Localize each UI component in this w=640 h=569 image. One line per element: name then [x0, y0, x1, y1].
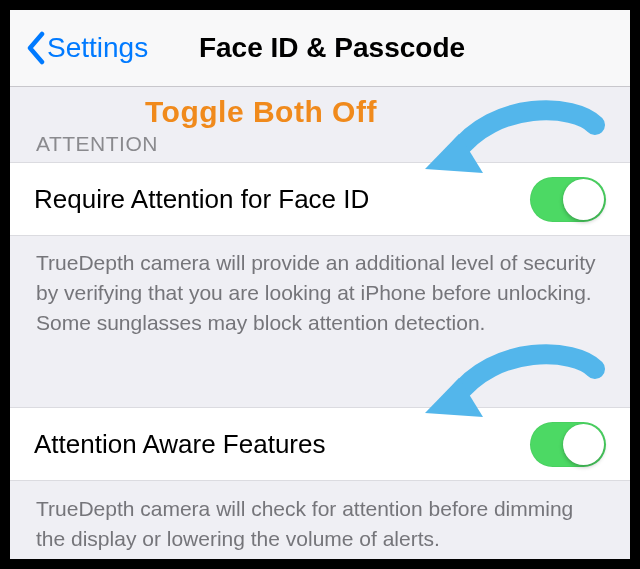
section-header-attention: ATTENTION	[36, 132, 158, 156]
back-button[interactable]: Settings	[26, 10, 148, 86]
row-label: Require Attention for Face ID	[34, 184, 369, 215]
navigation-bar: Settings Face ID & Passcode	[10, 10, 630, 87]
back-label: Settings	[47, 32, 148, 64]
annotation-arrow-icon	[405, 99, 605, 199]
row-label: Attention Aware Features	[34, 429, 325, 460]
settings-screen: Settings Face ID & Passcode Toggle Both …	[10, 10, 630, 559]
annotation-arrow-icon	[405, 343, 605, 443]
chevron-left-icon	[26, 31, 47, 65]
row-footer-attention-aware: TrueDepth camera will check for attentio…	[36, 494, 604, 554]
row-footer-require-attention: TrueDepth camera will provide an additio…	[36, 248, 604, 338]
annotation-text: Toggle Both Off	[145, 95, 377, 129]
